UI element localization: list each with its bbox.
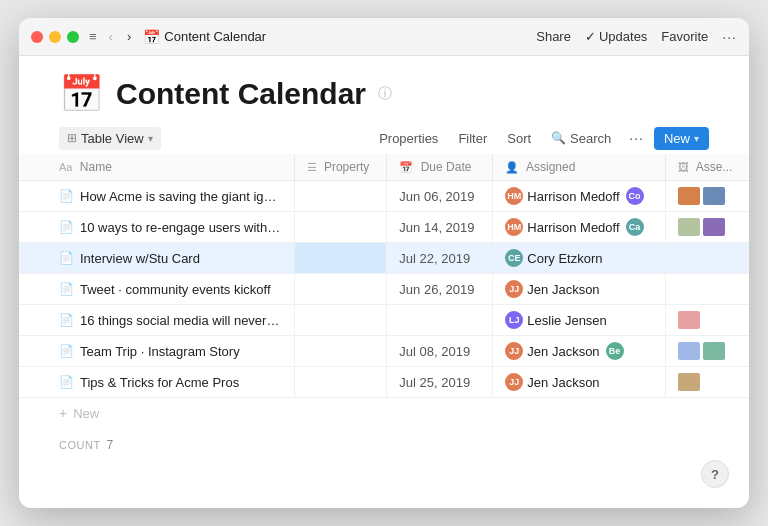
row-assigned: CE Cory Etzkorn <box>493 243 666 274</box>
row-assets <box>666 367 749 398</box>
col-name-label: Name <box>80 160 112 174</box>
table-row[interactable]: 📄 Tweet · community events kickoff Jun 2… <box>19 274 749 305</box>
count-value: 7 <box>107 438 114 452</box>
row-due-date: Jul 25, 2019 <box>387 367 493 398</box>
asset-thumbnail <box>703 187 725 205</box>
avatar: CE <box>505 249 523 267</box>
row-due-date: Jun 14, 2019 <box>387 212 493 243</box>
row-property <box>294 243 387 274</box>
properties-label: Properties <box>379 131 438 146</box>
row-property <box>294 336 387 367</box>
back-arrow[interactable]: ‹ <box>105 27 117 46</box>
row-name: How Acme is saving the giant iguana <box>80 189 282 204</box>
info-icon[interactable]: ⓘ <box>378 85 392 103</box>
filter-button[interactable]: Filter <box>450 127 495 150</box>
share-button[interactable]: Share <box>536 29 571 44</box>
forward-arrow[interactable]: › <box>123 27 135 46</box>
row-due-date: Jul 08, 2019 <box>387 336 493 367</box>
row-assigned: HM Harrison MedoffCa <box>493 212 666 243</box>
favorite-button[interactable]: Favorite <box>661 29 708 44</box>
titlebar-actions: Share ✓ Updates Favorite ··· <box>536 29 737 45</box>
properties-button[interactable]: Properties <box>371 127 446 150</box>
col-assets[interactable]: 🖼 Asse... <box>666 154 749 181</box>
new-label: New <box>664 131 690 146</box>
row-name: 10 ways to re-engage users with drip <box>80 220 282 235</box>
fullscreen-button[interactable] <box>67 31 79 43</box>
table-icon: ⊞ <box>67 131 77 145</box>
row-name: Tweet · community events kickoff <box>80 282 271 297</box>
row-assigned: JJ Jen JacksonBe <box>493 336 666 367</box>
col-date-icon: 📅 <box>399 161 413 173</box>
doc-icon: 📄 <box>59 189 74 203</box>
page-header: 📅 Content Calendar ⓘ <box>19 56 749 122</box>
filter-label: Filter <box>458 131 487 146</box>
traffic-lights <box>31 31 79 43</box>
add-new-row[interactable]: + New <box>19 398 749 428</box>
table-row[interactable]: 📄 10 ways to re-engage users with drip J… <box>19 212 749 243</box>
avatar: JJ <box>505 373 523 391</box>
search-button[interactable]: 🔍 Search <box>543 127 619 150</box>
col-property[interactable]: ☰ Property <box>294 154 387 181</box>
row-property <box>294 212 387 243</box>
col-assigned-label: Assigned <box>526 160 575 174</box>
col-name-icon: Aa <box>59 161 72 173</box>
table-row[interactable]: 📄 Tips & Tricks for Acme Pros Jul 25, 20… <box>19 367 749 398</box>
toolbar: ⊞ Table View ▾ Properties Filter Sort 🔍 … <box>19 122 749 154</box>
assigned-name: Jen Jackson <box>527 282 599 297</box>
row-name: 16 things social media will never be a <box>80 313 282 328</box>
menu-icon[interactable]: ≡ <box>89 29 97 44</box>
count-label: COUNT <box>59 439 101 451</box>
row-assets <box>666 181 749 212</box>
col-property-label: Property <box>324 160 369 174</box>
toolbar-more-button[interactable]: ··· <box>623 126 650 150</box>
row-property <box>294 305 387 336</box>
help-button[interactable]: ? <box>701 460 729 488</box>
avatar: Co <box>626 187 644 205</box>
assigned-name: Jen Jackson <box>527 344 599 359</box>
asset-thumbnail <box>678 342 700 360</box>
view-selector[interactable]: ⊞ Table View ▾ <box>59 127 161 150</box>
table-row[interactable]: 📄 16 things social media will never be a… <box>19 305 749 336</box>
row-assets <box>666 274 749 305</box>
titlebar: ≡ ‹ › 📅 Content Calendar Share ✓ Updates… <box>19 18 749 56</box>
sort-button[interactable]: Sort <box>499 127 539 150</box>
table-wrapper: Aa Name ☰ Property 📅 Due Date <box>19 154 749 508</box>
row-due-date <box>387 305 493 336</box>
asset-thumbnail <box>678 311 700 329</box>
avatar: HM <box>505 218 523 236</box>
row-property <box>294 181 387 212</box>
col-name[interactable]: Aa Name <box>19 154 294 181</box>
avatar: Ca <box>626 218 644 236</box>
row-name: Tips & Tricks for Acme Pros <box>80 375 239 390</box>
more-options-button[interactable]: ··· <box>722 29 737 45</box>
assigned-name: Leslie Jensen <box>527 313 607 328</box>
row-assets <box>666 212 749 243</box>
search-icon: 🔍 <box>551 131 566 145</box>
table-row[interactable]: 📄 How Acme is saving the giant iguana Ju… <box>19 181 749 212</box>
new-row-label: New <box>73 406 99 421</box>
row-assets <box>666 243 749 274</box>
assigned-name: Harrison Medoff <box>527 220 619 235</box>
sort-label: Sort <box>507 131 531 146</box>
table-row[interactable]: 📄 Interview w/Stu Card Jul 22, 2019 CE C… <box>19 243 749 274</box>
asset-thumbnail <box>703 342 725 360</box>
asset-thumbnail <box>703 218 725 236</box>
count-row: COUNT 7 <box>19 428 749 462</box>
table-row[interactable]: 📄 Team Trip · Instagram Story Jul 08, 20… <box>19 336 749 367</box>
minimize-button[interactable] <box>49 31 61 43</box>
add-icon: + <box>59 405 67 421</box>
updates-button[interactable]: ✓ Updates <box>585 29 647 44</box>
close-button[interactable] <box>31 31 43 43</box>
row-assigned: LJ Leslie Jensen <box>493 305 666 336</box>
row-property <box>294 367 387 398</box>
asset-thumbnail <box>678 187 700 205</box>
col-assigned[interactable]: 👤 Assigned <box>493 154 666 181</box>
col-due-date[interactable]: 📅 Due Date <box>387 154 493 181</box>
table-header-row: Aa Name ☰ Property 📅 Due Date <box>19 154 749 181</box>
asset-thumbnail <box>678 218 700 236</box>
avatar: LJ <box>505 311 523 329</box>
search-label: Search <box>570 131 611 146</box>
new-button[interactable]: New ▾ <box>654 127 709 150</box>
row-assigned: JJ Jen Jackson <box>493 274 666 305</box>
asset-thumbnail <box>678 373 700 391</box>
